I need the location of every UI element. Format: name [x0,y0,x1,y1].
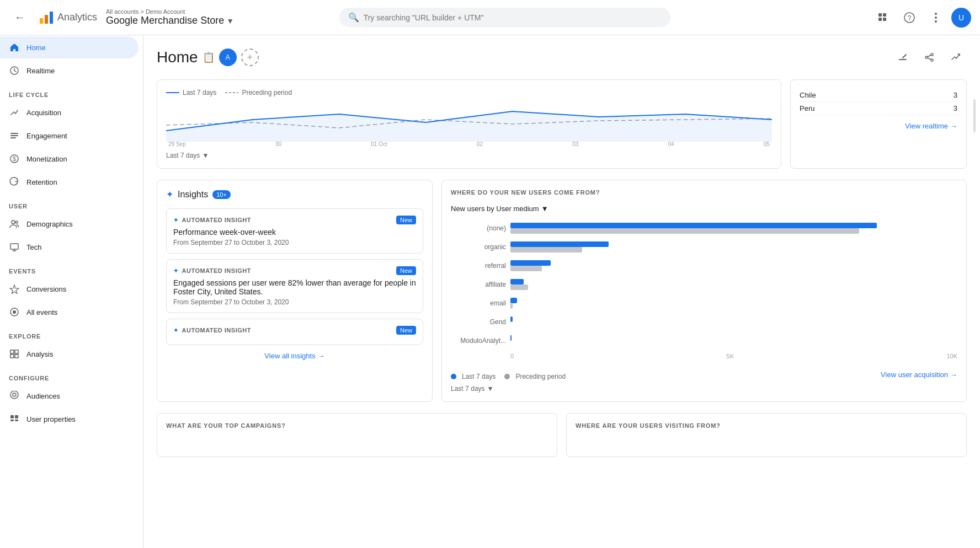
add-button[interactable]: + [241,49,259,66]
logo-bar-3 [50,12,53,24]
realtime-icon [9,65,20,76]
sidebar-label-home: Home [26,44,46,52]
sidebar-label-userprops: User properties [26,415,76,423]
bar-chart: (none) organic referral [451,222,957,359]
insight-title-2: Engaged sessions per user were 82% lower… [173,278,416,296]
sidebar-item-conversions[interactable]: Conversions [0,278,139,300]
bar-row-modulo: ModuloAnalyt... [451,334,957,347]
property-name[interactable]: Google Merchandise Store ▼ [106,15,234,26]
insight-item-1: ✦ AUTOMATED INSIGHT New Performance week… [166,208,423,254]
chart-dropdown[interactable]: New users by User medium ▼ [451,205,548,213]
view-user-acquisition-link[interactable]: View user acquisition → [881,370,957,379]
insights-sparkle-icon: ✦ [166,189,173,200]
sidebar-item-engagement[interactable]: Engagement [0,125,139,147]
sidebar-item-monetization[interactable]: $ Monetization [0,148,139,170]
more-button[interactable] [925,7,947,29]
help-button[interactable]: ? [898,7,920,29]
arrow-right-icon: → [950,370,957,379]
bar-label-affiliate: affiliate [451,281,506,288]
search-input[interactable] [364,13,662,22]
bar-current-referral [510,260,551,266]
sidebar-item-retention[interactable]: Retention [0,171,139,193]
legend-dashed-line [225,90,238,95]
edit-icon [897,52,908,63]
insight-item-header-1: ✦ AUTOMATED INSIGHT New [173,216,416,224]
edit-button[interactable] [892,46,914,68]
svg-marker-18 [10,285,19,294]
bar-current-none [510,223,877,228]
sidebar-item-allevents[interactable]: All events [0,301,139,323]
svg-rect-32 [902,54,907,58]
svg-rect-12 [10,137,16,138]
chart-filter[interactable]: Last 7 days ▼ [166,152,772,159]
sidebar-item-acquisition[interactable]: Acquisition [0,101,139,123]
chart-legend: Last 7 days Preceding period [166,89,772,96]
insights-title: Insights [178,190,208,200]
logo-bars [40,12,53,24]
user-avatar[interactable]: A [219,49,237,66]
legend-line-solid [166,92,179,93]
userprops-icon [9,413,20,425]
view-realtime-link[interactable]: View realtime → [800,122,957,130]
insight-label-3: ✦ AUTOMATED INSIGHT [173,327,251,334]
sidebar-item-analysis[interactable]: Analysis [0,343,139,365]
sidebar-item-tech[interactable]: Tech [0,236,139,258]
search-bar[interactable]: 🔍 [339,8,670,27]
country-list: Chile 3 Peru 3 [800,89,957,115]
main-chart-card: Last 7 days Preceding period 29 Sep 30 0… [157,79,781,169]
back-button[interactable]: ← [9,7,31,29]
sidebar-item-demographics[interactable]: Demographics [0,213,139,235]
logo-bar-1 [40,18,43,24]
view-all-insights-link[interactable]: View all insights → [166,352,423,360]
breadcrumb: All accounts > Demo Account [106,8,234,15]
visiting-from-card: WHERE ARE YOUR USERS VISITING FROM? [566,413,967,457]
campaigns-card: WHAT ARE YOUR TOP CAMPAIGNS? [157,413,557,457]
bar-row-gend: Gend [451,315,957,329]
bar-label-gend: Gend [451,318,506,326]
bar-prev-affiliate [510,284,528,290]
sidebar-label-analysis: Analysis [26,350,53,358]
account-selector[interactable]: All accounts > Demo Account Google Merch… [106,8,234,26]
conversions-icon [9,283,20,294]
sidebar-section-configure: CONFIGURE [0,366,143,384]
sidebar-label-engagement: Engagement [26,132,67,140]
new-badge-1: New [396,216,416,224]
apps-button[interactable] [872,7,894,29]
sidebar-item-audiences[interactable]: Audiences [0,385,139,407]
insight-item-3: ✦ AUTOMATED INSIGHT New [166,319,423,345]
bar-prev-none [510,228,859,234]
legend-item-last7: Last 7 days [451,373,496,380]
svg-rect-24 [15,354,18,358]
sidebar-section-lifecycle: LIFE CYCLE [0,83,143,100]
new-badge-3: New [396,326,416,335]
sidebar-item-home[interactable]: Home [0,36,139,58]
svg-point-7 [935,17,937,19]
country-card: Chile 3 Peru 3 View realtime → [790,79,967,169]
bar-tracks-referral [510,259,957,272]
sidebar-label-acquisition: Acquisition [26,109,61,117]
share-button[interactable] [918,46,940,68]
sidebar-item-realtime[interactable]: Realtime [0,60,139,82]
page-title-row: Home 📋 A + [157,49,259,66]
logo-bar-2 [45,15,48,24]
chart-filter-where[interactable]: Last 7 days ▼ [451,385,957,393]
more-icon [935,13,937,23]
country-name: Peru [800,104,814,112]
where-from-filter[interactable]: Last 7 days ▼ [451,385,957,393]
avatar[interactable]: U [951,8,971,28]
sidebar-label-allevents: All events [26,308,57,316]
legend-dot-preceding [504,374,510,379]
trend-button[interactable] [945,46,967,68]
insight-sparkle-icon-1: ✦ [173,217,179,224]
svg-point-25 [13,393,16,396]
svg-point-33 [931,53,933,56]
sidebar-item-userprops[interactable]: User properties [0,408,139,430]
bar-label-modulo: ModuloAnalyt... [451,337,506,345]
insight-label-2: ✦ AUTOMATED INSIGHT [173,267,251,275]
header-actions [892,46,967,68]
apps-icon [877,12,888,23]
page-bookmark-icon[interactable]: 📋 [203,51,215,63]
sidebar-label-audiences: Audiences [26,392,60,400]
visiting-from-title: WHERE ARE YOUR USERS VISITING FROM? [576,422,957,429]
sidebar-label-realtime: Realtime [26,67,55,75]
